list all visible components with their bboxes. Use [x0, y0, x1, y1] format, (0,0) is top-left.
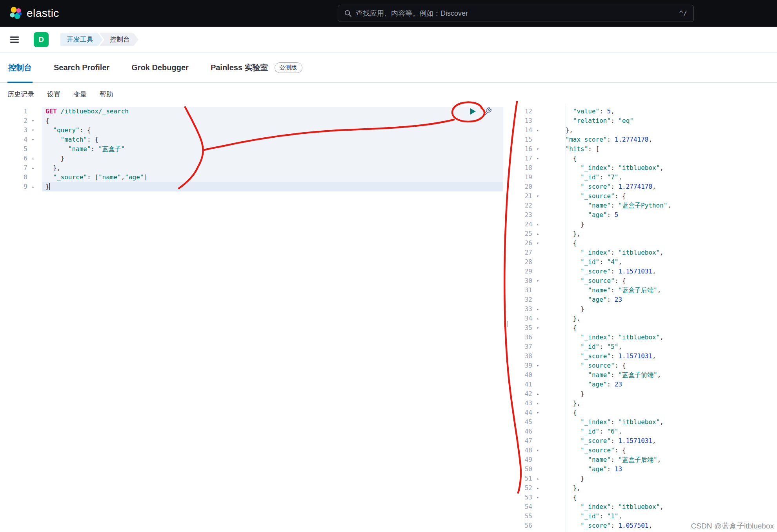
line-number: 14	[508, 126, 532, 135]
line-number: 9	[0, 182, 27, 191]
request-options-button[interactable]	[482, 107, 493, 117]
fold-spacer	[532, 465, 543, 474]
editor-line[interactable]: 6▴ }	[0, 154, 503, 163]
code-text[interactable]: },	[42, 163, 503, 173]
fold-close-icon[interactable]: ▴	[27, 163, 38, 173]
line-gutter: 52▴	[508, 483, 544, 493]
tab-console[interactable]: 控制台	[7, 53, 33, 82]
code-text: "_index": "itbluebox",	[544, 248, 777, 257]
line-number: 40	[508, 370, 532, 380]
elastic-logo[interactable]: elastic	[9, 6, 59, 20]
code-text: "_score": 1.1571031,	[544, 436, 777, 446]
fold-open-icon[interactable]: ▾	[532, 154, 543, 163]
code-text: },	[544, 314, 777, 323]
pane-splitter[interactable]	[503, 106, 508, 532]
editor-line[interactable]: 9▴}	[0, 182, 503, 191]
output-line: 35▾ {	[508, 323, 777, 333]
fold-close-icon[interactable]: ▴	[532, 229, 543, 239]
editor-line[interactable]: 5 "name": "蓝盒子"	[0, 144, 503, 154]
global-search-input[interactable]: 查找应用、内容等。例如：Discover ^/	[338, 5, 694, 22]
code-text: "name": "蓝盒子前端",	[544, 370, 777, 380]
fold-spacer	[532, 267, 543, 276]
code-text[interactable]: "_source": ["name","age"]	[42, 173, 503, 182]
fold-close-icon[interactable]: ▴	[27, 182, 38, 191]
code-text[interactable]: }	[42, 182, 503, 191]
output-line: 18 "_index": "itbluebox",	[508, 163, 777, 173]
fold-close-icon[interactable]: ▴	[532, 304, 543, 314]
fold-close-icon[interactable]: ▴	[532, 399, 543, 408]
fold-open-icon[interactable]: ▾	[532, 144, 543, 154]
fold-spacer	[532, 201, 543, 210]
line-gutter: 42▴	[508, 389, 544, 399]
request-editor[interactable]: 1GET /itbluebox/_search2▾{3▾ "query": {4…	[0, 106, 503, 532]
line-number: 20	[508, 182, 532, 191]
fold-open-icon[interactable]: ▾	[532, 446, 543, 455]
line-number: 25	[508, 229, 532, 239]
fold-close-icon[interactable]: ▴	[532, 474, 543, 483]
logo-text: elastic	[27, 7, 59, 20]
tab-grok-debugger[interactable]: Grok Debugger	[131, 53, 189, 82]
space-avatar[interactable]: D	[34, 32, 49, 47]
line-number: 17	[508, 154, 532, 163]
code-text: },	[544, 399, 777, 408]
output-line: 13 "relation": "eq"	[508, 116, 777, 126]
send-request-button[interactable]	[468, 107, 478, 117]
line-number: 18	[508, 163, 532, 173]
fold-close-icon[interactable]: ▴	[532, 389, 543, 399]
code-text: }	[544, 474, 777, 483]
output-line: 49 "name": "蓝盒子后端",	[508, 455, 777, 465]
fold-open-icon[interactable]: ▾	[532, 408, 543, 417]
editor-line[interactable]: 7▴ },	[0, 163, 503, 173]
code-text: }	[544, 304, 777, 314]
fold-open-icon[interactable]: ▾	[27, 135, 38, 144]
editor-line[interactable]: 8 "_source": ["name","age"]	[0, 173, 503, 182]
history-button[interactable]: 历史记录	[7, 90, 34, 99]
line-gutter: 22	[508, 201, 544, 210]
variables-button[interactable]: 变量	[73, 90, 87, 99]
settings-button[interactable]: 设置	[47, 90, 60, 99]
code-text[interactable]: "match": {	[42, 135, 503, 144]
menu-icon[interactable]	[10, 36, 19, 43]
editor-line[interactable]: 1GET /itbluebox/_search	[0, 107, 503, 116]
line-gutter: 12	[508, 107, 544, 116]
output-line: 33▴ }	[508, 304, 777, 314]
breadcrumb-console[interactable]: 控制台	[100, 33, 138, 46]
output-line: 42▴ }	[508, 389, 777, 399]
fold-open-icon[interactable]: ▾	[27, 126, 38, 135]
code-text[interactable]: }	[42, 154, 503, 163]
fold-close-icon[interactable]: ▴	[532, 483, 543, 493]
code-text[interactable]: GET /itbluebox/_search	[42, 107, 503, 116]
editor-line[interactable]: 3▾ "query": {	[0, 126, 503, 135]
fold-open-icon[interactable]: ▾	[532, 361, 543, 370]
fold-open-icon[interactable]: ▾	[532, 191, 543, 201]
fold-open-icon[interactable]: ▾	[532, 239, 543, 248]
fold-open-icon[interactable]: ▾	[27, 116, 38, 126]
code-text[interactable]: "name": "蓝盒子"	[42, 144, 503, 154]
line-gutter: 48▾	[508, 446, 544, 455]
fold-close-icon[interactable]: ▴	[532, 126, 543, 135]
output-line: 48▾ "_source": {	[508, 446, 777, 455]
line-number: 28	[508, 257, 532, 267]
editor-line[interactable]: 4▾ "match": {	[0, 135, 503, 144]
tab-search-profiler[interactable]: Search Profiler	[53, 53, 110, 82]
fold-close-icon[interactable]: ▴	[532, 314, 543, 323]
breadcrumb-dev-tools[interactable]: 开发工具	[60, 33, 103, 46]
code-text[interactable]: {	[42, 116, 503, 126]
fold-close-icon[interactable]: ▴	[27, 154, 38, 163]
output-line: 40 "name": "蓝盒子前端",	[508, 370, 777, 380]
editor-line[interactable]: 2▾{	[0, 116, 503, 126]
breadcrumb: 开发工具 控制台	[60, 33, 138, 46]
code-text: "_id": "5",	[544, 342, 777, 352]
fold-close-icon[interactable]: ▴	[532, 220, 543, 229]
tab-painless-lab[interactable]: Painless 实验室	[210, 53, 269, 82]
line-gutter: 33▴	[508, 304, 544, 314]
fold-spacer	[532, 173, 543, 182]
help-button[interactable]: 帮助	[100, 90, 113, 99]
line-gutter: 43▴	[508, 399, 544, 408]
fold-open-icon[interactable]: ▾	[532, 323, 543, 333]
code-text[interactable]: "query": {	[42, 126, 503, 135]
line-gutter: 13	[508, 116, 544, 126]
fold-open-icon[interactable]: ▾	[532, 493, 543, 502]
fold-open-icon[interactable]: ▾	[532, 276, 543, 286]
code-text: }	[544, 389, 777, 399]
